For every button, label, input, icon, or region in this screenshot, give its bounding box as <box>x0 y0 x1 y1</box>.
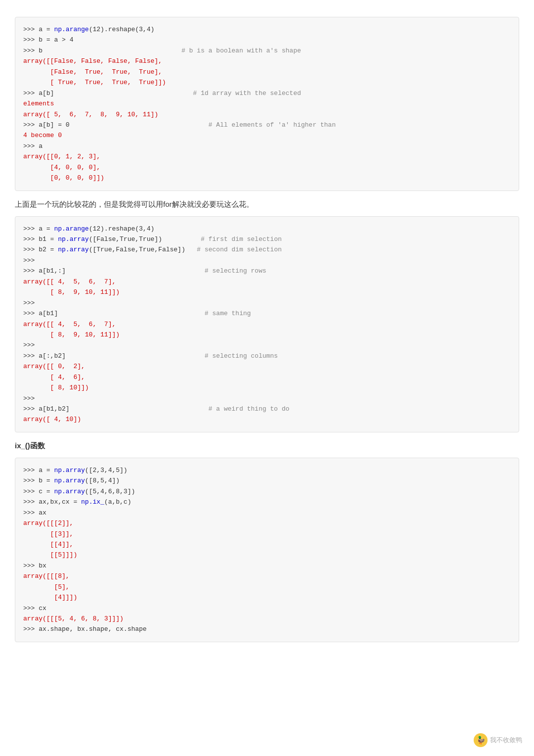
code-block: >>> a = np.arange(12).reshape(3,4) >>> b… <box>15 17 519 191</box>
code-line: >>> cx <box>23 605 46 612</box>
code-text: b = a > 4 <box>39 36 73 44</box>
result: [[4]], <box>23 541 73 548</box>
comment: # selecting columns <box>205 352 278 360</box>
code-text: b2 = np.array([True,False,True,False]) <box>39 246 185 253</box>
comment: # second dim selection <box>197 246 282 253</box>
result: array([[ 4, 5, 6, 7], <box>23 321 116 328</box>
prompt: >>> <box>23 257 39 264</box>
spacer <box>66 352 205 360</box>
code-text: ax <box>39 509 46 517</box>
code-line: [False, True, True, True], <box>23 68 162 76</box>
result: array([[[8], <box>23 572 70 580</box>
spacer <box>58 310 204 317</box>
prompt: >>> <box>23 395 39 402</box>
result: [ 8, 10]]) <box>23 384 89 391</box>
code-text: c = np.array([5,4,6,8,3]) <box>39 488 135 495</box>
code-line: >>> bx <box>23 562 46 569</box>
code-text: bx <box>39 562 46 569</box>
code-line: >>> a = np.arange(12).reshape(3,4) <box>23 26 154 33</box>
code-line: >>> b # b is a boolean with a's shape <box>23 47 301 54</box>
code-text: a[b] = 0 <box>39 121 69 129</box>
code-line: array([[[2]], <box>23 520 73 527</box>
code-text: a = np.array([2,3,4,5]) <box>39 467 127 474</box>
code-line: >>> a[b1,:] # selecting rows <box>23 267 267 275</box>
code-line: >>> <box>23 257 39 264</box>
comment: # a weird thing to do <box>209 405 290 413</box>
code-line: >>> <box>23 395 39 402</box>
code-line: [ 8, 9, 10, 11]]) <box>23 331 120 338</box>
result: array([ 5, 6, 7, 8, 9, 10, 11]) <box>23 111 158 118</box>
code-line: [[5]]]) <box>23 551 77 559</box>
comment: # first dim selection <box>201 236 282 243</box>
code-line: >>> ax <box>23 509 46 517</box>
comment: # b is a boolean with a's shape <box>181 47 301 54</box>
code-text: a = np.arange(12).reshape(3,4) <box>39 225 154 233</box>
code-text: ax,bx,cx = np.ix_(a,b,c) <box>39 498 131 506</box>
code-text: a[b1,:] <box>39 267 66 275</box>
code-line: array([ 5, 6, 7, 8, 9, 10, 11]) <box>23 111 158 118</box>
comment: # 1d array with the selected <box>193 90 301 97</box>
prompt: >>> <box>23 467 39 474</box>
code-text: b = np.array([8,5,4]) <box>39 477 120 484</box>
result: array([[ 0, 2], <box>23 363 85 370</box>
code-line: >>> a[b1] # same thing <box>23 310 251 317</box>
code-line: array([ 4, 10]) <box>23 416 81 423</box>
code-text: a[b] <box>39 90 54 97</box>
code-block: >>> a = np.arange(12).reshape(3,4) >>> b… <box>15 216 519 432</box>
prompt: >>> <box>23 267 39 275</box>
spacer <box>70 405 209 413</box>
code-text: b <box>39 47 43 54</box>
prompt: >>> <box>23 498 39 506</box>
result: [ True, True, True, True]]) <box>23 79 166 86</box>
prompt: >>> <box>23 352 39 360</box>
spacer <box>70 121 209 129</box>
code-line: array([[[8], <box>23 572 70 580</box>
comment: # selecting rows <box>205 267 267 275</box>
prompt: >>> <box>23 605 39 612</box>
code-text: cx <box>39 605 46 612</box>
result: [False, True, True, True], <box>23 68 162 76</box>
result: 4 become 0 <box>23 132 62 139</box>
code-line: >>> a[b] = 0 # All elements of 'a' highe… <box>23 121 336 129</box>
code-line: [ True, True, True, True]]) <box>23 79 166 86</box>
prompt: >>> <box>23 341 39 349</box>
prompt: >>> <box>23 90 39 97</box>
code-line: >>> a[b] # 1d array with the selected <box>23 90 301 97</box>
page-container: >>> a = np.arange(12).reshape(3,4) >>> b… <box>15 17 519 642</box>
code-line: 4 become 0 <box>23 132 62 139</box>
prompt: >>> <box>23 246 39 253</box>
code-line: >>> c = np.array([5,4,6,8,3]) <box>23 488 135 495</box>
code-line: >>> <box>23 341 39 349</box>
result: [5], <box>23 583 70 591</box>
code-block: >>> a = np.array([2,3,4,5]) >>> b = np.a… <box>15 458 519 642</box>
result: array([[[5, 4, 6, 8, 3]]]) <box>23 615 124 622</box>
code-line: >>> ax.shape, bx.shape, cx.shape <box>23 625 147 633</box>
code-text: b1 = np.array([False,True,True]) <box>39 236 162 243</box>
spacer <box>66 267 205 275</box>
code-line: >>> a[b1,b2] # a weird thing to do <box>23 405 289 413</box>
result: [[3]], <box>23 530 73 538</box>
code-line: >>> b2 = np.array([True,False,True,False… <box>23 246 282 253</box>
code-line: array([[False, False, False, False], <box>23 57 162 65</box>
spacer <box>185 246 197 253</box>
code-line: [[3]], <box>23 530 73 538</box>
code-line: >>> ax,bx,cx = np.ix_(a,b,c) <box>23 498 131 506</box>
section-title: ix_()函数 <box>15 441 519 451</box>
prompt: >>> <box>23 225 39 233</box>
code-text: a <box>39 142 43 150</box>
result: array([[False, False, False, False], <box>23 57 162 65</box>
prompt: >>> <box>23 26 39 33</box>
result: [4]]]) <box>23 594 77 601</box>
prompt: >>> <box>23 562 39 569</box>
prompt: >>> <box>23 47 39 54</box>
code-line: array([[0, 1, 2, 3], <box>23 153 100 160</box>
prompt: >>> <box>23 36 39 44</box>
prompt: >>> <box>23 142 39 150</box>
result: array([ 4, 10]) <box>23 416 81 423</box>
code-line: >>> b = a > 4 <box>23 36 73 44</box>
code-line: [ 8, 9, 10, 11]]) <box>23 288 120 296</box>
prompt: >>> <box>23 310 39 317</box>
code-text: ax.shape, bx.shape, cx.shape <box>39 625 146 633</box>
code-line: [ 4, 6], <box>23 374 85 381</box>
code-line: >>> <box>23 299 39 307</box>
